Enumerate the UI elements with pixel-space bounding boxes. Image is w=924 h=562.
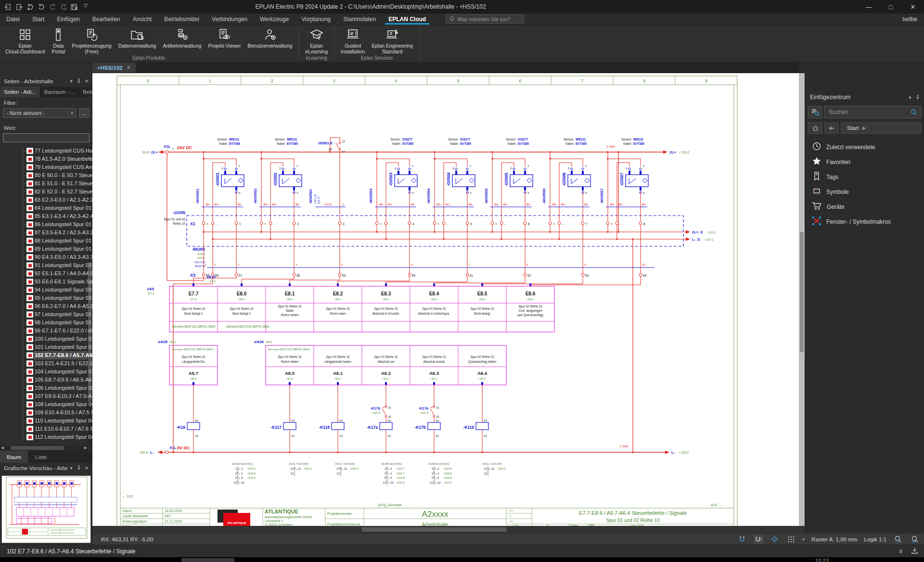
menu-tab-vorplanung[interactable]: Vorplanung [295, 13, 337, 25]
insert-center-item-favoriten[interactable]: Favoriten [805, 154, 924, 169]
canvas-horizontal-scrollbar[interactable] [92, 526, 805, 533]
view-tab-baum[interactable]: Baum [0, 451, 28, 463]
filter-dropdown[interactable]: - Nicht aktiviert - ▾ [3, 108, 76, 118]
search-options-button[interactable] [808, 106, 822, 118]
page-list-item[interactable]: 87 E3.5-E4.2 / A2.5-A3.2 S [0, 229, 92, 237]
menu-tab-einf-gen[interactable]: Einfügen [51, 13, 86, 25]
page-list-item[interactable]: 78 A1.5-A2.0 Steuerbefeh [0, 155, 92, 163]
download-icon[interactable] [911, 547, 918, 555]
menu-tab-datei[interactable]: Datei [0, 13, 26, 25]
pin-icon[interactable] [75, 77, 83, 85]
page-list-item[interactable]: 101 Leistungsteil Spur 01 [0, 343, 92, 351]
page-prev-icon[interactable] [4, 3, 12, 11]
search-input[interactable]: Suchen [824, 106, 922, 118]
page-list-item[interactable]: 79 Leistungsteil CUS Antr [0, 163, 92, 171]
page-list-item[interactable]: 93 E6.0-E6.1 Signale Spur [0, 278, 92, 286]
page-list-item[interactable]: 96 E6.2-E7.0 / A4.6-A5.2 S [0, 302, 92, 310]
page-list-item[interactable]: 83 E2.3-E3.0 / A2.1-A2.2 S [0, 196, 92, 204]
menu-tab-bearbeiten[interactable]: Bearbeiten [86, 13, 127, 25]
page-list-item[interactable]: 99 E7.1-E7.6 / E22.0 / A5.3 [0, 327, 92, 335]
page-list-item[interactable]: 110 Leistungsteil Spur 04 [0, 417, 92, 425]
redo-drop-icon[interactable] [59, 3, 67, 11]
page-list-item[interactable]: 84 Leistungsteil Spur 01 F [0, 204, 92, 212]
menu-tab-start[interactable]: Start [26, 13, 51, 25]
ribbon-button-artikelverwaltung[interactable]: Artikelverwaltung [159, 26, 205, 49]
menu-tab-werkzeuge[interactable]: Werkzeuge [254, 13, 295, 25]
scroll-right-icon[interactable]: ▶ [84, 446, 87, 450]
graphical-preview[interactable] [1, 475, 91, 543]
view-tab-liste[interactable]: Liste [28, 451, 54, 463]
scroll-left-icon[interactable]: ◀ [1, 446, 4, 450]
close-icon[interactable]: ✕ [83, 77, 90, 85]
ribbon-button-guided-installation[interactable]: eGuided Installation [337, 26, 368, 54]
page-tree-horizontal-scrollbar[interactable]: ◀ ▶ [0, 445, 88, 451]
page-list-item[interactable]: 91 Leistungsteil Spur 03 F [0, 261, 92, 269]
snap-icon[interactable] [737, 535, 747, 544]
insert-center-item-tags[interactable]: Tags [805, 169, 924, 184]
crosshair-icon[interactable] [770, 535, 780, 544]
menu-tab-betriebsmittel[interactable]: Betriebsmittel [158, 13, 205, 25]
logik-indicator[interactable]: Logik 1:1 [864, 536, 886, 542]
insert-center-item-zuletzt-verwendete[interactable]: Zuletzt verwendete [805, 140, 924, 154]
tell-me-search[interactable]: Was möchten Sie tun? [446, 14, 524, 24]
filter-more-button[interactable]: ... [79, 108, 90, 118]
raster-indicator[interactable]: Raster A: 1,00 mm [811, 536, 857, 542]
taskbar-app-button[interactable] [181, 558, 234, 562]
redo-icon[interactable] [48, 3, 56, 11]
schematic-canvas[interactable]: 01234567892L+/ 103.099.8 /2L+X2L+24V DC1… [92, 73, 799, 533]
ribbon-button-projekterzeugung-free-[interactable]: Projekterzeugung (Free) [68, 26, 115, 54]
page-list-item[interactable]: 109 E10.4-E10.5 / A7.5 Ste [0, 409, 92, 417]
close-icon[interactable]: ✕ [83, 464, 90, 472]
menu-tab-stammdaten[interactable]: Stammdaten [337, 13, 382, 25]
ribbon-button-datenverwaltung[interactable]: Datenverwaltung [115, 26, 160, 49]
page-list-item[interactable]: 85 E3.1-E3.4 / A2.3-A2.4 S [0, 212, 92, 220]
breadcrumb[interactable]: Start ▶ [841, 122, 922, 134]
menu-tab-eplan-cloud[interactable]: EPLAN Cloud [382, 13, 432, 25]
page-list-item[interactable]: 98 Leistungsteil Spur 01 F [0, 319, 92, 327]
home-button[interactable] [808, 122, 822, 134]
grid-icon[interactable] [786, 535, 796, 544]
pin-icon[interactable] [75, 464, 83, 472]
remove-table-icon[interactable] [70, 3, 78, 11]
page-list-item[interactable]: 90 E4.3-E5.0 / A3.3-A3.7 S [0, 253, 92, 261]
undo-drop-icon[interactable] [26, 3, 34, 11]
page-list-item[interactable]: 77 Leistungsteil CUS Hub [0, 147, 92, 155]
object-snap-icon[interactable] [754, 535, 763, 544]
insert-center-item-symbole[interactable]: Symbole [805, 184, 924, 199]
minimize-button[interactable]: ― [858, 0, 880, 13]
ribbon-button-benutzerverwaltung[interactable]: Benutzerverwaltung [244, 26, 295, 49]
customize-icon[interactable] [81, 3, 90, 11]
document-tab[interactable]: +HSS/102 ✕ [92, 63, 136, 73]
pin-icon[interactable] [914, 93, 922, 101]
page-list-item[interactable]: 92 E5.1-E5.7 / A4.0-A4.5 S [0, 269, 92, 278]
page-list-item[interactable]: 81 E 51.0 - E 51.7 Steuersi [0, 179, 92, 188]
ribbon-button-eplan-engineering-standard[interactable]: Eplan Engineering Standard [368, 26, 416, 54]
page-list-item[interactable]: 107 E9.6-E10.3 / A7.0-A7.4 [0, 392, 92, 400]
page-list-item[interactable]: 80 E 50.0 - E 50.7 Steuersi [0, 171, 92, 179]
page-list-item[interactable]: 94 Leistungsteil Spur 03 F [0, 286, 92, 294]
chevron-down-icon[interactable]: ▾ [67, 464, 75, 472]
page-list-item[interactable]: 95 Leistungsteil Spur 03 F [0, 294, 92, 302]
page-list-item[interactable]: 86 Leistungsteil Spur 01 F [0, 220, 92, 229]
ribbon-button-data-portal[interactable]: Data Portal [48, 26, 68, 54]
canvas-vertical-scrollbar[interactable] [799, 73, 805, 526]
page-list-item[interactable]: 97 Leistungsteil Spur 01 F [0, 310, 92, 319]
page-list-item[interactable]: 100 Leistungsteil Spur 01 [0, 335, 92, 343]
chevron-down-icon[interactable]: ▾ [67, 77, 75, 85]
page-list-item[interactable]: 82 E 52.0 - E 52.7 Steuersi [0, 188, 92, 196]
maximize-button[interactable]: □ [880, 0, 902, 13]
insert-center-item-ger-te[interactable]: Geräte [805, 199, 924, 214]
ribbon-button-eplan-cloud-dashboard[interactable]: Eplan Cloud-Dashboard [2, 26, 48, 54]
close-button[interactable]: ✕ [902, 0, 924, 13]
panel-tab-seiten-arb-[interactable]: Seiten - Arb... [0, 87, 40, 97]
chevron-down-icon[interactable]: ▾ [906, 93, 914, 101]
zoom-100-icon[interactable]: 100 [910, 535, 919, 544]
insert-center-item-fenster-symbolmakros[interactable]: Fenster- / Symbolmakros [805, 214, 924, 229]
page-next-icon[interactable] [15, 3, 23, 11]
page-list-item[interactable]: 108 Leistungsteil Spur 04 [0, 400, 92, 409]
account-user-name[interactable]: twilbe [902, 16, 924, 23]
zoom-area-icon[interactable] [893, 535, 903, 544]
menu-tab-ansicht[interactable]: Ansicht [127, 13, 158, 25]
page-list-item[interactable]: 112 Leistungsteil Spur 04 [0, 433, 92, 441]
close-icon[interactable]: ✕ [127, 64, 131, 71]
